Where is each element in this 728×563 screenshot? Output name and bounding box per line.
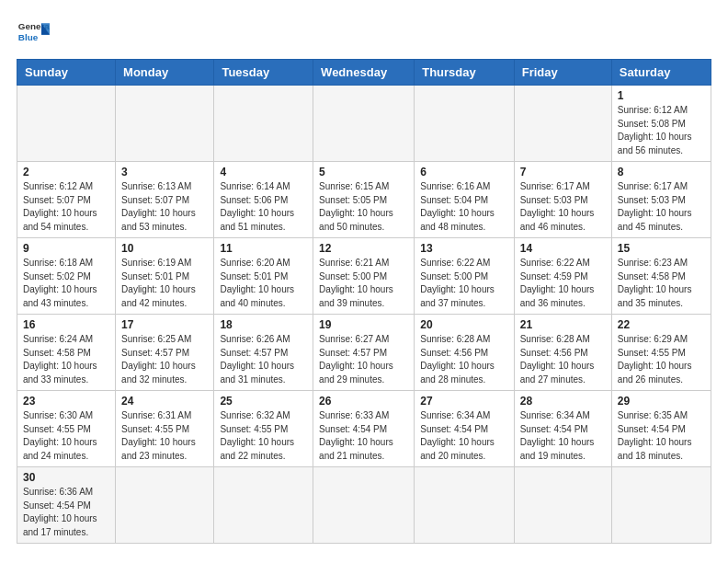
day-number: 27	[420, 395, 507, 408]
day-info: Sunrise: 6:35 AM Sunset: 4:54 PM Dayligh…	[618, 409, 705, 463]
day-number: 29	[618, 395, 705, 408]
day-number: 25	[220, 395, 307, 408]
calendar-cell	[313, 86, 415, 162]
calendar-cell: 13Sunrise: 6:22 AM Sunset: 5:00 PM Dayli…	[415, 238, 514, 315]
calendar-table: SundayMondayTuesdayWednesdayThursdayFrid…	[17, 59, 711, 544]
day-info: Sunrise: 6:14 AM Sunset: 5:06 PM Dayligh…	[220, 180, 307, 234]
day-info: Sunrise: 6:29 AM Sunset: 4:55 PM Dayligh…	[618, 333, 705, 386]
calendar-cell: 14Sunrise: 6:22 AM Sunset: 4:59 PM Dayli…	[514, 238, 611, 315]
week-row-1: 2Sunrise: 6:12 AM Sunset: 5:07 PM Daylig…	[17, 162, 711, 238]
calendar-cell: 24Sunrise: 6:31 AM Sunset: 4:55 PM Dayli…	[116, 391, 214, 467]
calendar-cell: 10Sunrise: 6:19 AM Sunset: 5:01 PM Dayli…	[116, 238, 214, 315]
calendar-cell: 17Sunrise: 6:25 AM Sunset: 4:57 PM Dayli…	[116, 315, 214, 391]
week-row-3: 16Sunrise: 6:24 AM Sunset: 4:58 PM Dayli…	[17, 315, 711, 391]
day-info: Sunrise: 6:33 AM Sunset: 4:54 PM Dayligh…	[319, 409, 408, 463]
day-number: 1	[618, 89, 705, 102]
day-info: Sunrise: 6:22 AM Sunset: 4:59 PM Dayligh…	[520, 257, 606, 310]
day-info: Sunrise: 6:23 AM Sunset: 4:58 PM Dayligh…	[618, 257, 705, 310]
day-number: 19	[319, 318, 408, 331]
weekday-header-monday: Monday	[116, 60, 214, 86]
calendar-cell: 30Sunrise: 6:36 AM Sunset: 4:54 PM Dayli…	[17, 467, 116, 544]
week-row-4: 23Sunrise: 6:30 AM Sunset: 4:55 PM Dayli…	[17, 391, 711, 467]
day-number: 5	[319, 166, 408, 178]
day-number: 9	[23, 242, 109, 255]
day-info: Sunrise: 6:26 AM Sunset: 4:57 PM Dayligh…	[220, 333, 307, 386]
header: General Blue	[17, 17, 711, 50]
day-number: 11	[220, 242, 307, 255]
calendar-page: General Blue SundayMondayTuesdayWednesda…	[0, 0, 728, 563]
calendar-cell: 5Sunrise: 6:15 AM Sunset: 5:05 PM Daylig…	[313, 162, 415, 238]
day-info: Sunrise: 6:22 AM Sunset: 5:00 PM Dayligh…	[420, 257, 507, 310]
day-info: Sunrise: 6:19 AM Sunset: 5:01 PM Dayligh…	[121, 257, 208, 310]
day-info: Sunrise: 6:20 AM Sunset: 5:01 PM Dayligh…	[220, 257, 307, 310]
weekday-header-tuesday: Tuesday	[214, 60, 313, 86]
calendar-cell: 9Sunrise: 6:18 AM Sunset: 5:02 PM Daylig…	[17, 238, 116, 315]
day-number: 8	[618, 166, 705, 178]
day-number: 4	[220, 166, 307, 178]
calendar-cell	[415, 86, 514, 162]
calendar-cell: 27Sunrise: 6:34 AM Sunset: 4:54 PM Dayli…	[415, 391, 514, 467]
weekday-header-saturday: Saturday	[611, 60, 711, 86]
day-number: 20	[420, 318, 507, 331]
day-number: 18	[220, 318, 307, 331]
day-info: Sunrise: 6:17 AM Sunset: 5:03 PM Dayligh…	[618, 180, 705, 234]
week-row-5: 30Sunrise: 6:36 AM Sunset: 4:54 PM Dayli…	[17, 467, 711, 544]
day-number: 12	[319, 242, 408, 255]
weekday-header-sunday: Sunday	[17, 60, 116, 86]
day-info: Sunrise: 6:17 AM Sunset: 5:03 PM Dayligh…	[520, 180, 606, 234]
day-number: 16	[23, 318, 109, 331]
calendar-cell: 2Sunrise: 6:12 AM Sunset: 5:07 PM Daylig…	[17, 162, 116, 238]
calendar-cell	[514, 467, 611, 544]
day-info: Sunrise: 6:34 AM Sunset: 4:54 PM Dayligh…	[420, 409, 507, 463]
calendar-cell: 1Sunrise: 6:12 AM Sunset: 5:08 PM Daylig…	[611, 86, 711, 162]
calendar-cell: 4Sunrise: 6:14 AM Sunset: 5:06 PM Daylig…	[214, 162, 313, 238]
calendar-cell: 16Sunrise: 6:24 AM Sunset: 4:58 PM Dayli…	[17, 315, 116, 391]
calendar-cell: 29Sunrise: 6:35 AM Sunset: 4:54 PM Dayli…	[611, 391, 711, 467]
calendar-cell: 7Sunrise: 6:17 AM Sunset: 5:03 PM Daylig…	[514, 162, 611, 238]
weekday-header-friday: Friday	[514, 60, 611, 86]
day-info: Sunrise: 6:28 AM Sunset: 4:56 PM Dayligh…	[520, 333, 606, 386]
day-info: Sunrise: 6:13 AM Sunset: 5:07 PM Dayligh…	[121, 180, 208, 234]
calendar-cell	[514, 86, 611, 162]
calendar-cell: 8Sunrise: 6:17 AM Sunset: 5:03 PM Daylig…	[611, 162, 711, 238]
day-info: Sunrise: 6:16 AM Sunset: 5:04 PM Dayligh…	[420, 180, 507, 234]
day-number: 14	[520, 242, 606, 255]
day-info: Sunrise: 6:36 AM Sunset: 4:54 PM Dayligh…	[23, 486, 109, 539]
day-number: 24	[121, 395, 208, 408]
day-info: Sunrise: 6:12 AM Sunset: 5:07 PM Dayligh…	[23, 180, 109, 234]
week-row-0: 1Sunrise: 6:12 AM Sunset: 5:08 PM Daylig…	[17, 86, 711, 162]
day-info: Sunrise: 6:30 AM Sunset: 4:55 PM Dayligh…	[23, 409, 109, 463]
calendar-cell: 15Sunrise: 6:23 AM Sunset: 4:58 PM Dayli…	[611, 238, 711, 315]
day-info: Sunrise: 6:18 AM Sunset: 5:02 PM Dayligh…	[23, 257, 109, 310]
day-number: 2	[23, 166, 109, 178]
day-number: 22	[618, 318, 705, 331]
calendar-cell: 23Sunrise: 6:30 AM Sunset: 4:55 PM Dayli…	[17, 391, 116, 467]
day-number: 17	[121, 318, 208, 331]
logo: General Blue	[17, 17, 50, 50]
day-info: Sunrise: 6:27 AM Sunset: 4:57 PM Dayligh…	[319, 333, 408, 386]
calendar-cell	[116, 86, 214, 162]
day-number: 13	[420, 242, 507, 255]
calendar-cell: 20Sunrise: 6:28 AM Sunset: 4:56 PM Dayli…	[415, 315, 514, 391]
calendar-cell: 11Sunrise: 6:20 AM Sunset: 5:01 PM Dayli…	[214, 238, 313, 315]
day-number: 28	[520, 395, 606, 408]
day-info: Sunrise: 6:12 AM Sunset: 5:08 PM Dayligh…	[618, 104, 705, 157]
weekday-header-thursday: Thursday	[415, 60, 514, 86]
calendar-cell	[17, 86, 116, 162]
day-number: 21	[520, 318, 606, 331]
day-number: 26	[319, 395, 408, 408]
svg-text:Blue: Blue	[18, 32, 39, 42]
calendar-cell: 22Sunrise: 6:29 AM Sunset: 4:55 PM Dayli…	[611, 315, 711, 391]
calendar-cell: 25Sunrise: 6:32 AM Sunset: 4:55 PM Dayli…	[214, 391, 313, 467]
calendar-cell	[415, 467, 514, 544]
day-info: Sunrise: 6:24 AM Sunset: 4:58 PM Dayligh…	[23, 333, 109, 386]
calendar-cell	[116, 467, 214, 544]
calendar-cell: 6Sunrise: 6:16 AM Sunset: 5:04 PM Daylig…	[415, 162, 514, 238]
day-info: Sunrise: 6:32 AM Sunset: 4:55 PM Dayligh…	[220, 409, 307, 463]
calendar-cell	[214, 467, 313, 544]
day-number: 30	[23, 471, 109, 484]
calendar-cell: 12Sunrise: 6:21 AM Sunset: 5:00 PM Dayli…	[313, 238, 415, 315]
calendar-cell: 21Sunrise: 6:28 AM Sunset: 4:56 PM Dayli…	[514, 315, 611, 391]
weekday-header-row: SundayMondayTuesdayWednesdayThursdayFrid…	[17, 60, 711, 86]
day-number: 3	[121, 166, 208, 178]
